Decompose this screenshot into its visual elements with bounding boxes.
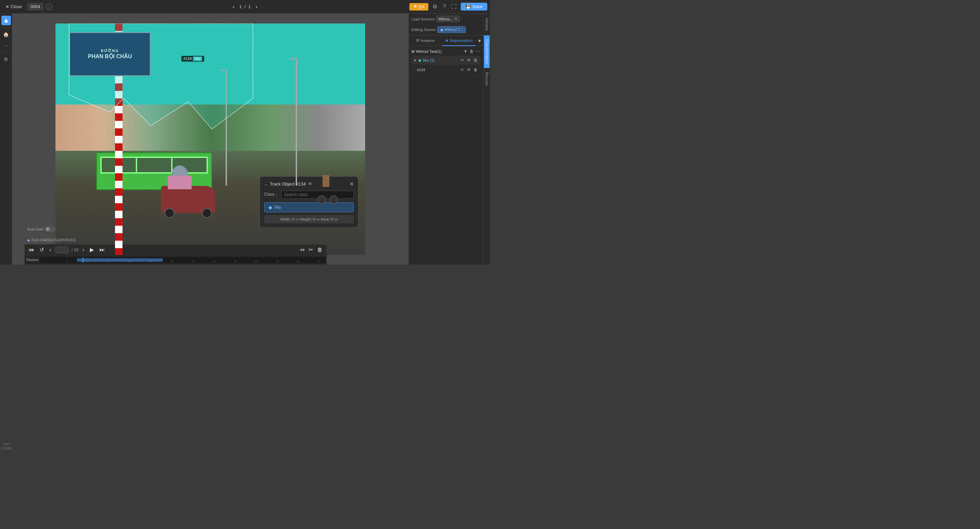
more-tool[interactable]: ···: [2, 40, 11, 50]
image-scene: ĐƯỜNG PHAN BỘI CHÂU #134 Sky: [56, 24, 365, 255]
timeline-cursor: [83, 257, 83, 263]
timeline-track[interactable]: 1 5 10 15 20 25 30 35: [40, 257, 325, 263]
instance-tab-label: Instance: [421, 38, 435, 43]
instance-header: ⊞ Without Task(1) ▼ 🗑 ⋯: [411, 48, 480, 54]
bus-object: [96, 153, 212, 190]
annotation-label-134: #134 Sky: [181, 56, 204, 62]
prev-frame-button[interactable]: ‹: [48, 246, 52, 253]
settings-tool[interactable]: ⚙: [2, 54, 11, 64]
instance-section: ⊞ Without Task(1) ▼ 🗑 ⋯ ▼ ◆ Sky (1) ✏ 👁 …: [409, 46, 483, 76]
track-object-popup: ⌄ Track Object #134 👁 ✕ Class： ◆ Sky: [259, 176, 358, 228]
source-tag: Withou... ✕: [436, 16, 460, 22]
next-frame-button[interactable]: ›: [81, 246, 86, 253]
instance-icon: ⊞: [416, 38, 419, 43]
nav-center: ‹ 1 / 1 ›: [231, 3, 259, 11]
cyclist-object: [318, 187, 338, 204]
settings-icon[interactable]: ⚙: [431, 2, 439, 11]
main-layout: 🏠 ··· ⚙ R:0° Z:170%: [0, 14, 490, 264]
svg-rect-0: [5, 22, 7, 23]
instance-actions: ▼ 🗑 ⋯: [463, 48, 480, 54]
next-page-button[interactable]: ›: [253, 3, 259, 11]
total-frames: / 10: [72, 247, 78, 252]
delete-button[interactable]: 🗑: [316, 246, 324, 253]
frame-input[interactable]: 4: [55, 247, 69, 253]
sky-edit-button[interactable]: ✏: [460, 57, 465, 63]
id-edit-button[interactable]: ✏: [460, 67, 465, 73]
save-button[interactable]: 💾 Save: [461, 3, 487, 11]
page-current: 1: [239, 4, 242, 9]
skip-end-button[interactable]: ⏭: [98, 246, 106, 253]
eye-icon[interactable]: 👁: [308, 182, 312, 186]
track-popup-title: ⌄ Track Object #134 👁: [264, 182, 312, 186]
timeline-row: Timeline 1 5 10 15 20: [24, 255, 327, 264]
sky-row-label: Sky (1): [423, 58, 459, 62]
vtab-classification[interactable]: Classification: [484, 35, 490, 69]
instance-filter-button[interactable]: ▼: [463, 48, 468, 54]
canvas-area[interactable]: ĐƯỜNG PHAN BỘI CHÂU #134 Sky: [12, 14, 408, 264]
timeline-segment: [77, 258, 163, 262]
close-label: Close: [11, 4, 22, 9]
vtab-validity[interactable]: Validity: [484, 14, 490, 35]
instance-delete-button[interactable]: 🗑: [469, 48, 474, 54]
track-popup-header: ⌄ Track Object #134 👁 ✕: [264, 181, 354, 187]
auto-load-toggle[interactable]: [45, 226, 56, 232]
track-id-label: #134 (r4ADQsTGwhfVHUX2): [31, 238, 76, 242]
play-button[interactable]: ▶: [89, 246, 95, 253]
info-icon[interactable]: i: [46, 4, 52, 10]
playback-actions: ⇔ ✂ 🗑: [299, 246, 324, 253]
id-eye-button[interactable]: 👁: [466, 67, 472, 73]
id-delete-button[interactable]: 🗑: [473, 67, 479, 73]
close-button[interactable]: ✕ Close: [3, 3, 24, 11]
close-icon: ✕: [5, 4, 9, 9]
task-title: Without Task(1): [416, 49, 461, 53]
grid-icon: ⊞: [411, 49, 414, 54]
sky-delete-button[interactable]: 🗑: [473, 57, 479, 63]
sky-diamond-icon: ◆: [269, 205, 272, 210]
source-tag-remove[interactable]: ✕: [454, 17, 457, 21]
close-popup-button[interactable]: ✕: [350, 181, 354, 187]
link-button[interactable]: ⇔: [299, 246, 306, 253]
fullscreen-icon[interactable]: ⛶: [450, 2, 458, 11]
bottom-bar: ⏮ ↺ ‹ 4 / 10 › ▶ ⏭ ⇔ ✂ 🗑 Timeline: [24, 244, 327, 264]
skip-start-button[interactable]: ⏮: [27, 246, 35, 253]
cut-button[interactable]: ✂: [307, 246, 314, 253]
replay-button[interactable]: ↺: [38, 246, 45, 253]
fill-tool[interactable]: [2, 16, 11, 25]
scene-container: ĐƯỜNG PHAN BỘI CHÂU #134 Sky: [12, 14, 408, 264]
editing-tag-text: Without T...: [444, 27, 463, 32]
playback-row: ⏮ ↺ ‹ 4 / 10 › ▶ ⏭ ⇔ ✂ 🗑: [24, 244, 327, 255]
auto-load-row: Auto load: [24, 225, 59, 233]
tab-row: ⊞ Instance ◈ Segmentation ▼: [409, 35, 483, 46]
right-vtabs: Validity Classification Results: [483, 14, 490, 264]
tab-instance[interactable]: ⊞ Instance: [409, 35, 442, 46]
filter-icon-button[interactable]: ▼: [476, 37, 483, 45]
load-sources-row: Load Sources Withou... ✕: [409, 14, 483, 24]
timeline-label: Timeline: [26, 258, 38, 262]
prev-page-button[interactable]: ‹: [231, 3, 237, 11]
home-tool[interactable]: 🏠: [2, 30, 11, 39]
editing-tag: ◼ Without T...: [437, 26, 466, 33]
label-id: #134: [183, 56, 192, 61]
page-total: 1: [248, 4, 251, 9]
sign-line2: PHAN BỘI CHÂU: [88, 53, 132, 60]
sign-line1: ĐƯỜNG: [101, 49, 119, 53]
page-sep: /: [244, 4, 246, 9]
qa-button[interactable]: ⚑ QA: [409, 3, 428, 11]
sky-instance-row[interactable]: ▼ ◆ Sky (1) ✏ 👁 🗑: [411, 56, 480, 65]
editing-source-row: Editing Source ◼ Without T...: [409, 24, 483, 35]
help-icon[interactable]: ?: [441, 2, 447, 11]
sky-eye-button[interactable]: 👁: [466, 57, 472, 63]
segmentation-tab-label: Segmentation: [450, 38, 473, 43]
top-bar: ✕ Close 0004 i ‹ 1 / 1 › ⚑ QA ⚙ ? ⛶ 💾 Sa…: [0, 0, 490, 14]
diamond-icon: ◆: [27, 238, 30, 242]
sky-class-button[interactable]: ◆ Sky: [264, 202, 354, 212]
id-instance-row[interactable]: #134 ✏ 👁 🗑: [411, 65, 480, 74]
tab-segmentation[interactable]: ◈ Segmentation: [442, 35, 476, 46]
instance-more-button[interactable]: ⋯: [475, 48, 480, 54]
vtab-results[interactable]: Results: [484, 68, 490, 90]
light-pole-2: [296, 58, 297, 185]
sky-diamond-icon-2: ◆: [418, 58, 421, 63]
track-info-row: ◆ #134 (r4ADQsTGwhfVHUX2): [24, 237, 78, 243]
auto-load-label: Auto load: [27, 227, 43, 231]
street-sign-board: ĐƯỜNG PHAN BỘI CHÂU: [69, 32, 151, 76]
